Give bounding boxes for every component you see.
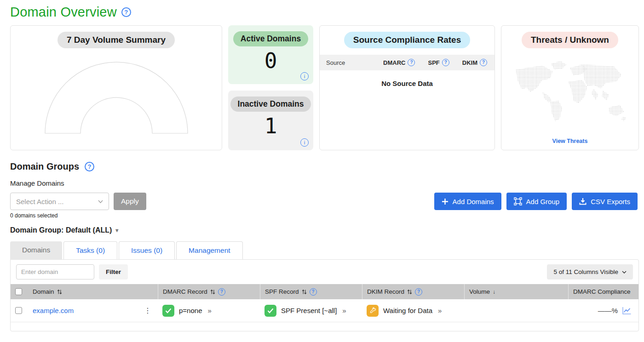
csv-exports-label: CSV Exports [591,198,630,205]
col-spf-record[interactable]: SPF Record [265,288,299,295]
source-compliance-card: Source Compliance Rates Source DMARC? SP… [319,25,495,150]
threats-title: Threats / Unknown [522,32,618,48]
sort-icon[interactable] [210,289,215,295]
double-chevron-icon: » [342,307,346,314]
download-icon [579,198,586,205]
add-group-button[interactable]: Add Group [506,193,567,210]
group-icon [514,197,522,205]
apply-button[interactable]: Apply [114,193,146,210]
domain-link[interactable]: example.com [33,307,74,314]
dmarc-column-label: DMARC [383,59,405,66]
wrench-icon [367,305,379,317]
manage-domains-label: Manage Domains [10,179,639,187]
volume-summary-title: 7 Day Volume Summary [58,32,175,48]
help-icon[interactable]: ? [415,288,422,296]
volume-summary-card: 7 Day Volume Summary [10,25,222,150]
dkim-column-label: DKIM [462,59,477,66]
page-title: Domain Overview [10,5,117,20]
table-row: example.com ⋮ p=none » SPF Present [~ [11,299,638,322]
domains-selected-caption: 0 domains selected [10,212,146,219]
help-icon[interactable]: ? [310,288,317,296]
page-title-row: Domain Overview ? [10,5,639,20]
dmarc-status-label: p=none [179,307,202,314]
spf-status[interactable]: SPF Present [~all] » [264,305,346,317]
col-dkim-record[interactable]: DKIM Record [367,288,404,295]
col-volume[interactable]: Volume [469,288,490,295]
domain-filter-input[interactable] [16,264,94,279]
caret-down-icon: ▾ [115,227,118,234]
summary-cards-row: 7 Day Volume Summary Active Domains 0 i … [10,25,639,150]
info-icon[interactable]: i [300,72,309,80]
spf-column-label: SPF [428,59,439,66]
active-domains-count: 0 [228,50,313,71]
spf-status-label: SPF Present [~all] [281,307,337,314]
domain-groups-heading: Domain Groups [10,161,79,172]
inactive-domains-count: 1 [228,115,313,137]
check-icon [162,305,174,317]
domain-overview-page: Domain Overview ? 7 Day Volume Summary A… [0,0,644,331]
chart-icon[interactable] [621,306,632,315]
add-group-label: Add Group [526,198,560,205]
domains-panel: Filter 5 of 11 Columns Visible Domain DM… [10,259,639,331]
tab-issues[interactable]: Issues (0) [119,241,175,259]
filter-button[interactable]: Filter [99,264,128,279]
source-compliance-header: Source DMARC? SPF? DKIM? [320,55,494,70]
chevron-down-icon [622,271,627,274]
domain-stats-column: Active Domains 0 i Inactive Domains 1 i [228,25,313,150]
help-icon[interactable]: ? [442,59,449,66]
dmarc-status[interactable]: p=none » [162,305,212,317]
source-column-label: Source [326,59,370,66]
columns-visible-label: 5 of 11 Columns Visible [553,268,618,275]
check-icon [264,305,276,317]
tab-domains[interactable]: Domains [10,241,62,259]
no-source-data-text: No Source Data [320,80,494,87]
action-select-value: Select Action ... [16,198,63,205]
volume-gauge [11,59,222,138]
dkim-status[interactable]: Waiting for Data » [367,305,442,317]
add-domains-label: Add Domains [453,198,494,205]
sort-icon[interactable] [407,289,412,295]
threats-card: Threats / Unknown [501,25,639,150]
sort-icon[interactable] [302,289,307,295]
action-select[interactable]: Select Action ... [10,193,109,210]
dkim-status-label: Waiting for Data [383,307,432,314]
chevron-down-icon [98,200,103,203]
add-domains-button[interactable]: Add Domains [434,193,501,210]
table-header: Domain DMARC Record ? SPF Record ? DKIM … [11,284,638,299]
row-checkbox[interactable] [15,307,22,314]
active-domains-title: Active Domains [233,31,308,46]
compliance-value: ——% [598,307,618,314]
col-dmarc-record[interactable]: DMARC Record [163,288,207,295]
gauge-arc-icon [40,59,193,138]
info-icon[interactable]: i [300,138,309,147]
inactive-domains-card: Inactive Domains 1 i [228,91,313,150]
domain-group-selector[interactable]: Domain Group: Default (ALL) ▾ [10,226,639,234]
csv-exports-button[interactable]: CSV Exports [572,193,638,210]
domain-group-selector-label: Domain Group: Default (ALL) [10,226,112,234]
world-map-icon [510,55,630,132]
help-icon[interactable]: ? [408,59,415,66]
col-domain[interactable]: Domain [33,288,54,295]
help-icon[interactable]: ? [480,59,487,66]
tab-management[interactable]: Management [176,241,242,259]
tab-tasks[interactable]: Tasks (0) [63,241,117,259]
empty-table-area [11,322,638,331]
kebab-menu-icon[interactable]: ⋮ [142,306,153,315]
plus-icon [442,198,448,205]
active-domains-card: Active Domains 0 i [228,25,313,84]
view-threats-link[interactable]: View Threats [501,138,638,144]
double-chevron-icon: » [438,307,442,314]
domain-tabs: Domains Tasks (0) Issues (0) Management [10,241,639,259]
help-icon[interactable]: ? [218,288,225,296]
help-icon[interactable]: ? [85,162,94,171]
select-all-checkbox[interactable] [15,288,22,295]
sort-desc-icon: ↓ [493,289,495,295]
columns-visible-button[interactable]: 5 of 11 Columns Visible [547,264,633,279]
inactive-domains-title: Inactive Domains [230,97,311,112]
source-compliance-title: Source Compliance Rates [344,32,470,48]
col-dmarc-compliance: DMARC Compliance [573,288,631,295]
double-chevron-icon: » [207,307,211,314]
help-icon[interactable]: ? [121,7,131,17]
sort-icon[interactable] [57,289,62,295]
